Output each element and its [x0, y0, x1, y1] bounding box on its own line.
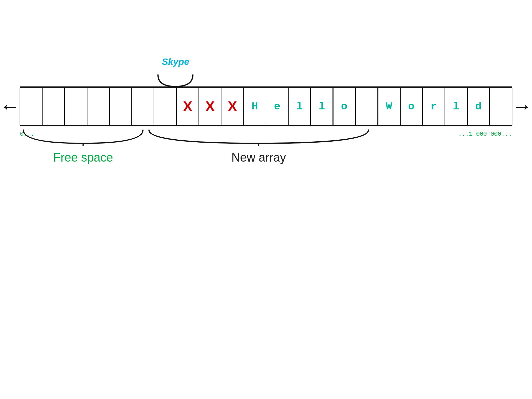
cell: W [377, 88, 401, 125]
memory-bar: ← XXXHelloWorld 0... ...1 000 000... Fre… [20, 86, 512, 126]
cell: l [288, 88, 311, 125]
cell: X [176, 88, 200, 125]
cell: X [221, 88, 244, 125]
free-space-label: Free space [20, 151, 146, 165]
cell: l [445, 88, 468, 125]
cell: o [332, 88, 356, 125]
cell: e [266, 88, 289, 125]
cell: H [243, 88, 266, 125]
bar-outer: XXXHelloWorld 0... ...1 000 000... Free … [20, 86, 512, 126]
addr-right: ...1 000 000... [458, 131, 512, 137]
cell: r [422, 88, 446, 125]
arrow-right-icon: → [512, 96, 532, 116]
cell [42, 88, 65, 125]
cell [87, 88, 110, 125]
cell [154, 88, 177, 125]
cell: X [199, 88, 222, 125]
skype-label: Skype [156, 57, 196, 67]
arrow-left-icon: ← [0, 96, 20, 116]
free-space-brace: Free space [20, 128, 146, 165]
cell [355, 88, 378, 125]
new-array-label: New array [146, 151, 372, 165]
cell [109, 88, 132, 125]
cell: d [467, 88, 490, 125]
skype-brace [156, 73, 195, 86]
new-array-brace: New array [146, 128, 372, 165]
cells: XXXHelloWorld [20, 88, 512, 125]
cell [20, 88, 43, 125]
cell [489, 88, 512, 125]
cell [131, 88, 155, 125]
diagram-container: Skype ← XXXHelloWorld 0... ...1 000 000.… [20, 86, 512, 126]
cell: o [400, 88, 423, 125]
cell: l [310, 88, 333, 125]
cell [64, 88, 87, 125]
